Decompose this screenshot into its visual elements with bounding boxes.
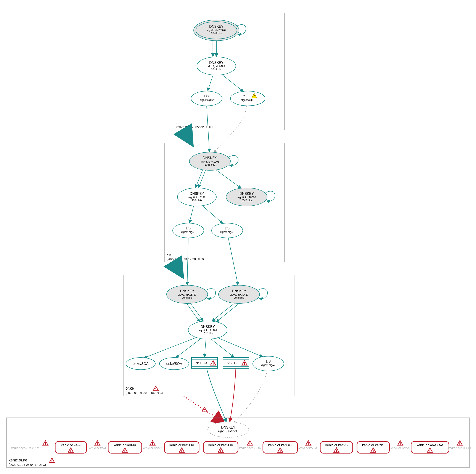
- ke-zsk[interactable]: DNSKEY alg=8, id=3198 1024 bits: [177, 188, 216, 206]
- svg-text:kenic.or.ke/NS: kenic.or.ke/NS: [362, 443, 384, 447]
- ghost-txt: kenic.or.ke/TXT: [298, 446, 319, 450]
- error-icon: [457, 441, 462, 445]
- zone-ke-name: ke: [167, 252, 171, 257]
- error-icon: [153, 386, 158, 391]
- svg-text:1024 bits: 1024 bits: [203, 332, 213, 335]
- error-icon: [150, 441, 155, 445]
- error-icon: [95, 441, 100, 445]
- zone-orke-name: or.ke: [125, 386, 134, 390]
- root-ds1[interactable]: DS digest alg=2: [191, 91, 222, 106]
- error-icon: [202, 407, 207, 412]
- svg-text:NSEC3: NSEC3: [227, 361, 238, 365]
- orke-soa1[interactable]: or.ke/SOA: [126, 358, 155, 370]
- svg-text:kenic.or.ke/SOA: kenic.or.ke/SOA: [208, 443, 233, 447]
- dnssec-diagram: . (2022-01-26 00:22:20 UTC) DNSKEY alg=8…: [0, 0, 476, 474]
- svg-text:kenic.or.ke/NS: kenic.or.ke/NS: [325, 443, 347, 447]
- ke-ksk[interactable]: DNSKEY alg=8, id=41201 2048 bits: [189, 152, 230, 170]
- svg-text:digest alg=2: digest alg=2: [200, 99, 214, 102]
- ghost-ns: kenic.or.ke/NS: [391, 446, 410, 450]
- orke-nsec2[interactable]: NSEC3: [223, 358, 249, 368]
- svg-text:alg=13, id=52798: alg=13, id=52798: [218, 430, 238, 433]
- svg-text:alg=8, id=11298: alg=8, id=11298: [198, 329, 217, 332]
- ke-dnskey-old[interactable]: DNSKEY alg=8, id=10600 2048 bits: [226, 188, 267, 206]
- error-icon: [49, 458, 54, 462]
- rr-aaaa[interactable]: kenic.or.ke/AAAA: [411, 441, 449, 453]
- svg-text:2048 bits: 2048 bits: [182, 296, 193, 299]
- svg-text:DS: DS: [225, 226, 230, 230]
- zone-ke-time: (2022-01-26 04:17:28 UTC): [167, 257, 204, 261]
- svg-text:DNSKEY: DNSKEY: [180, 289, 194, 293]
- orke-ds[interactable]: DS digest alg=2: [253, 356, 284, 371]
- svg-text:digest alg=2: digest alg=2: [220, 230, 234, 233]
- svg-text:DNSKEY: DNSKEY: [232, 289, 246, 293]
- svg-text:kenic.or.ke/MX: kenic.or.ke/MX: [114, 443, 136, 447]
- svg-text:kenic.or.ke/AAAA: kenic.or.ke/AAAA: [416, 443, 443, 447]
- svg-text:or.ke/SOA: or.ke/SOA: [166, 362, 182, 366]
- svg-text:2048 bits: 2048 bits: [241, 199, 252, 202]
- svg-text:2048 bits: 2048 bits: [205, 163, 215, 166]
- svg-text:DNSKEY: DNSKEY: [190, 192, 204, 195]
- svg-text:digest alg=1: digest alg=1: [241, 99, 255, 102]
- ke-ds1[interactable]: DS digest alg=2: [173, 223, 204, 238]
- orke-ksk2[interactable]: DNSKEY alg=8, id=39427 2048 bits: [219, 285, 260, 303]
- orke-nsec1[interactable]: NSEC3: [191, 358, 218, 368]
- svg-text:DNSKEY: DNSKEY: [203, 156, 217, 160]
- ghost-a: kenic.or.ke/A: [89, 446, 106, 450]
- ke-ds2[interactable]: DS digest alg=2: [212, 223, 243, 238]
- svg-text:or.ke/SOA: or.ke/SOA: [133, 362, 149, 366]
- rr-txt[interactable]: kenic.or.ke/TXT: [263, 441, 298, 453]
- svg-text:2048 bits: 2048 bits: [234, 296, 244, 299]
- svg-text:DS: DS: [266, 359, 271, 363]
- svg-text:DNSKEY: DNSKEY: [209, 25, 223, 28]
- svg-text:DNSKEY: DNSKEY: [209, 61, 223, 65]
- zone-kenic-name: kenic.or.ke: [9, 458, 27, 462]
- zone-kenic-time: (2022-01-26 08:04:17 UTC): [9, 463, 46, 466]
- zone-orke-time: (2022-01-26 04:18:06 UTC): [125, 391, 163, 395]
- ghost-soa: kenic.or.ke/SOA: [239, 446, 261, 450]
- svg-text:2048 bits: 2048 bits: [211, 68, 222, 71]
- error-icon: [398, 441, 403, 445]
- svg-text:digest alg=2: digest alg=2: [261, 364, 275, 367]
- svg-text:kenic.or.ke/A: kenic.or.ke/A: [61, 443, 81, 447]
- svg-text:kenic.or.ke/TXT: kenic.or.ke/TXT: [268, 443, 292, 447]
- ghost-aaaa: kenic.or.ke/AAAA: [448, 446, 472, 450]
- error-icon: [43, 441, 48, 445]
- svg-text:digest alg=2: digest alg=2: [181, 230, 195, 233]
- rr-mx[interactable]: kenic.or.ke/MX: [108, 441, 142, 453]
- svg-text:DS: DS: [186, 226, 191, 230]
- error-icon: [247, 441, 253, 445]
- root-zsk[interactable]: DNSKEY alg=8, id=9799 2048 bits: [197, 57, 236, 75]
- svg-text:DS: DS: [242, 94, 246, 98]
- rr-ns2[interactable]: kenic.or.ke/NS: [357, 441, 390, 453]
- orke-ksk1[interactable]: DNSKEY alg=8, id=15787 2048 bits: [167, 285, 208, 303]
- svg-text:2048 bits: 2048 bits: [211, 32, 222, 35]
- rr-a[interactable]: kenic.or.ke/A: [55, 441, 86, 453]
- zone-root-name: .: [176, 120, 177, 125]
- ghost-mx: kenic.or.ke/MX: [143, 446, 163, 450]
- rr-soa1[interactable]: kenic.or.ke/SOA: [164, 441, 199, 453]
- kenic-dnskey[interactable]: DNSKEY alg=13, id=52798: [208, 422, 249, 438]
- rr-soa2[interactable]: kenic.or.ke/SOA: [203, 441, 238, 453]
- svg-text:alg=8, id=41201: alg=8, id=41201: [201, 160, 219, 163]
- svg-text:DS: DS: [204, 94, 209, 98]
- svg-text:alg=8, id=39427: alg=8, id=39427: [230, 293, 248, 296]
- svg-text:alg=8, id=15787: alg=8, id=15787: [178, 293, 196, 296]
- svg-text:NSEC3: NSEC3: [195, 361, 207, 365]
- orke-zsk[interactable]: DNSKEY alg=8, id=11298 1024 bits: [188, 321, 227, 339]
- root-ds2[interactable]: DS digest alg=1: [230, 91, 265, 106]
- svg-text:alg=8, id=10600: alg=8, id=10600: [237, 196, 256, 199]
- svg-text:DNSKEY: DNSKEY: [201, 325, 215, 329]
- error-icon: [306, 441, 311, 445]
- rr-ns1[interactable]: kenic.or.ke/NS: [320, 441, 353, 453]
- svg-text:alg=8, id=3198: alg=8, id=3198: [188, 196, 205, 199]
- orke-soa2[interactable]: or.ke/SOA: [159, 358, 189, 370]
- ghost-dnskey: kenic.or.ke/DNSKEY: [11, 446, 39, 450]
- svg-text:kenic.or.ke/SOA: kenic.or.ke/SOA: [170, 443, 194, 447]
- svg-text:alg=8, id=20326: alg=8, id=20326: [207, 29, 226, 32]
- svg-text:1024 bits: 1024 bits: [192, 199, 202, 202]
- svg-text:DNSKEY: DNSKEY: [221, 425, 235, 429]
- svg-text:alg=8, id=9799: alg=8, id=9799: [208, 65, 225, 68]
- svg-text:DNSKEY: DNSKEY: [239, 192, 254, 195]
- root-ksk[interactable]: DNSKEY alg=8, id=20326 2048 bits: [194, 20, 239, 41]
